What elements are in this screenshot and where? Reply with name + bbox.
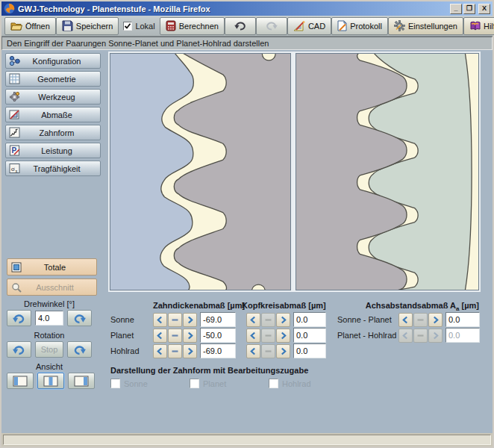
chevron-left-icon[interactable] — [398, 329, 413, 343]
sidebar-item-tragfaehigkeit[interactable]: σx Tragfähigkeit — [5, 161, 101, 176]
status-line: Den Eingriff der Paarungen Sonne-Planet … — [1, 37, 493, 50]
cad-button[interactable]: CAD — [287, 17, 331, 35]
tooth-stepper-hohlrad — [153, 344, 197, 358]
toothform-icon — [9, 127, 20, 138]
chevron-right-icon[interactable] — [276, 313, 290, 327]
svg-text:x: x — [16, 169, 18, 173]
close-button[interactable]: X — [478, 4, 490, 14]
sonne-checkbox[interactable] — [110, 379, 120, 388]
protocol-button[interactable]: Protokoll — [331, 17, 388, 35]
open-label: Öffnen — [25, 22, 50, 31]
rotate-right-step-button[interactable] — [67, 310, 92, 326]
planet-checkbox[interactable] — [190, 379, 199, 388]
tooth-allowance-input-planet[interactable] — [200, 328, 236, 343]
allowance-row-hohlrad: Hohlrad — [110, 343, 326, 358]
toolbar: Öffnen Speichern Lokal Berechnen — [1, 16, 493, 37]
tooth-stepper-sonne — [153, 313, 197, 327]
stop-button[interactable]: Stop — [35, 341, 63, 358]
chevron-left-icon[interactable] — [246, 329, 260, 343]
calculate-button[interactable]: Berechnen — [160, 17, 225, 35]
tip-allowance-input-planet[interactable] — [293, 328, 326, 343]
settings-button[interactable]: Einstellungen — [388, 17, 463, 35]
chevron-left-icon[interactable] — [153, 344, 167, 358]
power-icon: P — [9, 145, 20, 156]
app-window: GWJ-Technology - Planetenstufe - Mozilla… — [0, 0, 494, 448]
tip-allowance-input-sonne[interactable] — [293, 312, 326, 327]
chevron-left-icon[interactable] — [246, 344, 260, 358]
angle-input[interactable] — [35, 311, 63, 326]
chevron-right-icon[interactable] — [428, 313, 443, 327]
angle-label: Drehwinkel [°] — [7, 299, 92, 308]
open-folder-icon — [10, 21, 22, 31]
chevron-right-icon[interactable] — [183, 313, 197, 327]
redo-button[interactable] — [256, 17, 287, 35]
minus-icon[interactable] — [261, 313, 275, 327]
total-view-button[interactable]: Totale — [7, 258, 97, 276]
axis-stepper-sonne-planet — [398, 313, 443, 327]
browser-status-bar — [1, 433, 493, 447]
tooth-stepper-planet — [153, 329, 197, 343]
maximize-button[interactable]: ❐ — [463, 4, 475, 14]
axis-allowance-header: Achsabstandsabmaß Aa [µm] — [345, 301, 479, 312]
chevron-right-icon[interactable] — [428, 329, 443, 343]
sidebar-item-konfiguration[interactable]: Konfiguration — [5, 53, 101, 69]
sun-planet-mesh-drawing — [110, 54, 290, 290]
minus-icon[interactable] — [261, 344, 275, 358]
tip-stepper-planet — [246, 329, 290, 343]
axis-input-planet-hohlrad[interactable] — [445, 328, 480, 343]
minus-icon[interactable] — [168, 344, 182, 358]
view-center-button[interactable] — [37, 373, 64, 389]
rotate-left-step-button[interactable] — [7, 310, 31, 326]
minus-icon[interactable] — [261, 329, 275, 343]
title-bar: GWJ-Technology - Planetenstufe - Mozilla… — [1, 1, 493, 16]
minus-icon[interactable] — [168, 313, 182, 327]
save-button[interactable]: Speichern — [56, 17, 119, 35]
minus-icon[interactable] — [413, 329, 428, 343]
chevron-left-icon[interactable] — [398, 313, 413, 327]
sidebar-item-geometrie[interactable]: Geometrie — [5, 71, 101, 87]
view-right-button[interactable] — [68, 373, 95, 389]
status-text: Den Eingriff der Paarungen Sonne-Planet … — [7, 39, 269, 48]
sidebar-item-abmasse[interactable]: Abmaße — [5, 107, 101, 122]
tooth-allowance-input-sonne[interactable] — [200, 312, 236, 327]
firefox-icon — [4, 3, 15, 14]
machining-checkbox-hohlrad: Hohlrad — [269, 379, 311, 388]
tip-allowance-input-hohlrad[interactable] — [293, 343, 326, 358]
open-button[interactable]: Öffnen — [4, 17, 56, 35]
axis-stepper-planet-hohlrad — [398, 329, 443, 343]
machining-checkbox-planet: Planet — [190, 379, 226, 388]
rotate-ccw-button[interactable] — [7, 341, 31, 358]
undo-button[interactable] — [225, 17, 256, 35]
chevron-right-icon[interactable] — [183, 329, 197, 343]
browser-status-panel — [3, 435, 491, 445]
tooth-allowance-input-hohlrad[interactable] — [200, 343, 236, 358]
minus-icon[interactable] — [413, 313, 428, 327]
rotate-cw-button[interactable] — [67, 341, 92, 358]
sidebar-item-leistung[interactable]: P Leistung — [5, 143, 101, 158]
view-left-button[interactable] — [7, 373, 34, 389]
hohlrad-checkbox[interactable] — [269, 379, 278, 388]
sidebar-item-zahnform[interactable]: Zahnform — [5, 125, 101, 140]
view-row — [7, 373, 95, 389]
help-button[interactable]: Hilfe — [463, 17, 494, 35]
chevron-right-icon[interactable] — [276, 329, 290, 343]
chevron-left-icon[interactable] — [153, 313, 167, 327]
sidebar-item-werkzeug[interactable]: Werkzeug — [5, 89, 101, 105]
axis-header-prefix: Achsabstandsabmaß A — [366, 301, 456, 310]
chevron-right-icon[interactable] — [276, 344, 290, 358]
minimize-button[interactable]: _ — [450, 4, 462, 14]
minus-icon[interactable] — [168, 329, 182, 343]
axis-header-suffix: [µm] — [459, 301, 479, 310]
view-label: Ansicht — [7, 362, 92, 371]
planet-ring-mesh-panel — [296, 53, 479, 290]
chevron-left-icon[interactable] — [153, 329, 167, 343]
chevron-right-icon[interactable] — [183, 344, 197, 358]
tip-stepper-sonne — [246, 313, 290, 327]
local-checkbox[interactable] — [123, 22, 132, 31]
tip-stepper-hohlrad — [246, 344, 290, 358]
axis-input-sonne-planet[interactable] — [445, 312, 480, 327]
chevron-left-icon[interactable] — [246, 313, 260, 327]
svg-text:σ: σ — [11, 165, 15, 172]
detail-view-button[interactable]: Ausschnitt — [7, 279, 97, 296]
window-title: GWJ-Technology - Planetenstufe - Mozilla… — [18, 4, 450, 13]
